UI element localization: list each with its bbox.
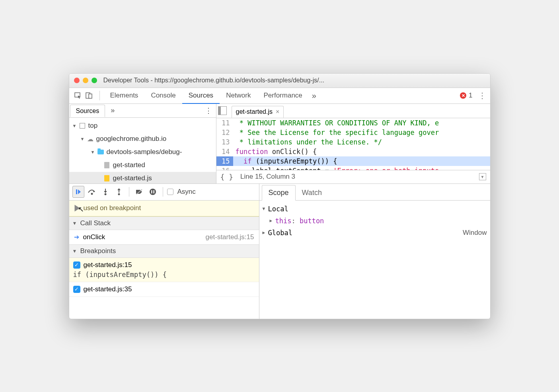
navigator-menu-icon[interactable]: ⋮ (205, 106, 212, 115)
separator (129, 187, 129, 197)
deactivate-breakpoints-button[interactable] (133, 186, 145, 198)
debugger-toolbar: Async (69, 184, 259, 201)
tree-label: get-started (113, 161, 145, 169)
tab-scope[interactable]: Scope (262, 185, 296, 201)
expand-icon[interactable]: ▼ (80, 137, 85, 141)
tree-domain[interactable]: ▼ ☁ googlechrome.github.io (69, 133, 216, 146)
window-title: Developer Tools - https://googlechrome.g… (103, 77, 325, 84)
more-navigator-tabs-icon[interactable]: » (111, 106, 115, 115)
breakpoint-item[interactable]: ✓ get-started.js:15 if (inputsAreEmpty()… (69, 258, 259, 282)
device-toggle-icon[interactable] (84, 91, 94, 100)
zoom-window-icon[interactable] (92, 78, 97, 83)
navigator-panel: Sources » ⋮ ▼ top ▼ ☁ googlechrome.githu… (69, 104, 216, 183)
code-line[interactable]: 12 * See the License for the specific la… (216, 128, 490, 137)
line-number[interactable]: 15 (216, 156, 233, 166)
tab-console[interactable]: Console (144, 88, 182, 103)
line-number[interactable]: 12 (216, 128, 233, 137)
code-line[interactable]: 16 label.textContent = 'Error: one or bo… (216, 166, 490, 170)
section-label: Call Stack (80, 219, 111, 227)
scope-this[interactable]: ▶ this: button (263, 215, 487, 227)
pause-exceptions-button[interactable] (147, 186, 159, 198)
debugger-left: Async ↖ used on breakpoint ▼ Call Stack … (69, 184, 259, 319)
devtools-window: Developer Tools - https://googlechrome.g… (69, 73, 491, 319)
tab-network[interactable]: Network (220, 88, 257, 103)
collapse-icon[interactable]: ▼ (72, 248, 77, 254)
frame-icon (79, 122, 86, 129)
async-checkbox[interactable] (167, 189, 173, 195)
collapse-icon[interactable]: ▼ (263, 203, 268, 215)
settings-menu-icon[interactable]: ⋮ (478, 91, 486, 100)
line-number[interactable]: 16 (216, 166, 233, 170)
frame-function: onClick (83, 233, 105, 241)
expand-icon[interactable]: ▼ (91, 150, 95, 154)
step-into-button[interactable] (99, 186, 111, 198)
code-line[interactable]: 15 if (inputsAreEmpty()) { (216, 156, 490, 166)
tab-elements[interactable]: Elements (104, 88, 145, 103)
expand-icon[interactable]: ▶ (270, 215, 275, 227)
editor-tab[interactable]: get-started.js × (232, 106, 284, 118)
tree-folder[interactable]: ▼ devtools-samples/debug- (69, 146, 216, 159)
line-number[interactable]: 11 (216, 118, 233, 128)
scope-global[interactable]: ▶ Global Window (263, 227, 487, 239)
toggle-navigator-icon[interactable] (218, 106, 227, 115)
breakpoint-code: if (inputsAreEmpty()) { (73, 271, 255, 279)
code-editor[interactable]: 11 * WITHOUT WARRANTIES OR CONDITIONS OF… (216, 118, 490, 170)
breakpoints-header[interactable]: ▼ Breakpoints (69, 244, 259, 258)
svg-point-8 (118, 193, 120, 195)
code-text: if (inputsAreEmpty()) { (233, 156, 490, 166)
main-toolbar: Elements Console Sources Network Perform… (69, 88, 490, 104)
callstack-frame[interactable]: ➔ onClick get-started.js:15 (69, 230, 259, 244)
error-indicator[interactable]: ✕ 1 (460, 92, 472, 99)
collapse-icon[interactable]: ▼ (72, 220, 77, 226)
titlebar: Developer Tools - https://googlechrome.g… (69, 74, 490, 88)
minimize-window-icon[interactable] (83, 78, 88, 83)
tree-file-html[interactable]: get-started (69, 159, 216, 172)
folder-icon (97, 148, 104, 156)
breakpoint-checkbox[interactable]: ✓ (73, 261, 80, 269)
resume-button[interactable] (72, 186, 84, 198)
code-line[interactable]: 11 * WITHOUT WARRANTIES OR CONDITIONS OF… (216, 118, 490, 128)
separator (99, 91, 100, 100)
editor-status-bar: { } Line 15, Column 3 ▼ (216, 170, 490, 183)
tree-frame-top[interactable]: ▼ top (69, 119, 216, 133)
svg-point-6 (104, 193, 106, 195)
close-window-icon[interactable] (74, 78, 80, 83)
svg-rect-12 (151, 190, 152, 193)
scope-panel: Scope Watch ▼ Local ▶ this: button ▶ Glo… (259, 184, 490, 319)
svg-rect-2 (89, 94, 92, 98)
inspect-element-icon[interactable] (73, 91, 83, 100)
debugger-panel: Async ↖ used on breakpoint ▼ Call Stack … (69, 183, 490, 319)
expand-icon[interactable]: ▶ (263, 227, 268, 239)
navigator-tab-sources[interactable]: Sources (70, 105, 105, 117)
more-tabs-icon[interactable]: » (312, 91, 316, 100)
scope-local[interactable]: ▼ Local (263, 203, 487, 215)
tab-watch[interactable]: Watch (296, 185, 328, 200)
section-label: Breakpoints (80, 247, 116, 255)
step-over-button[interactable] (86, 186, 98, 198)
close-tab-icon[interactable]: × (276, 108, 279, 115)
tree-label: get-started.js (113, 174, 152, 182)
tab-sources[interactable]: Sources (182, 88, 220, 104)
pretty-print-icon[interactable]: { } (220, 173, 234, 181)
paused-banner: ↖ used on breakpoint (69, 201, 259, 216)
line-number[interactable]: 13 (216, 137, 233, 147)
status-dropdown-icon[interactable]: ▼ (479, 173, 486, 180)
expand-icon[interactable]: ▼ (72, 123, 77, 128)
code-line[interactable]: 13 * limitations under the License. */ (216, 137, 490, 147)
step-out-button[interactable] (113, 186, 125, 198)
tree-file-js[interactable]: get-started.js (69, 172, 216, 183)
breakpoint-location: get-started.js:35 (84, 285, 132, 293)
breakpoint-checkbox[interactable]: ✓ (73, 286, 80, 293)
breakpoint-item[interactable]: ✓ get-started.js:35 (69, 282, 259, 297)
separator (163, 187, 163, 197)
traffic-lights (74, 78, 97, 83)
callstack-header[interactable]: ▼ Call Stack (69, 216, 259, 230)
frame-location: get-started.js:15 (206, 233, 254, 241)
cursor-icon: ↖ (78, 205, 84, 214)
line-number[interactable]: 14 (216, 147, 233, 156)
svg-rect-3 (76, 189, 77, 194)
svg-point-11 (150, 189, 156, 195)
tab-performance[interactable]: Performance (257, 88, 308, 103)
scope-value: Window (463, 227, 487, 239)
code-line[interactable]: 14function onClick() { (216, 147, 490, 156)
